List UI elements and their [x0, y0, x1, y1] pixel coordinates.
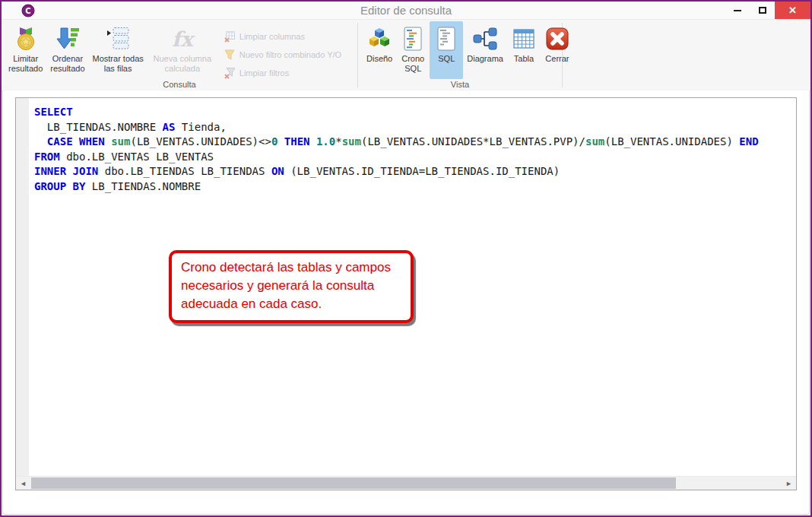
- nuevo-filtro-combinado-label: Nuevo filtro combinado Y/O: [239, 50, 341, 59]
- sql-view-button[interactable]: SQL: [430, 21, 463, 79]
- horizontal-scrollbar[interactable]: ◄ ►: [16, 476, 796, 490]
- scroll-left-arrow-icon[interactable]: ◄: [17, 477, 30, 490]
- ribbon-group-vista: Diseño Crono SQL: [358, 20, 562, 90]
- diagram-icon: [472, 25, 498, 52]
- tabla-view-label: Tabla: [514, 54, 534, 64]
- limpiar-filtros-label: Limpiar filtros: [239, 68, 289, 78]
- diseno-view-label: Diseño: [366, 54, 392, 64]
- editor-gutter: [16, 98, 29, 476]
- mostrar-todas-las-filas-button[interactable]: Mostrar todas las filas: [89, 21, 147, 79]
- consulta-group-label: Consulta: [2, 80, 357, 89]
- mostrar-todas-las-filas-label: Mostrar todas las filas: [93, 54, 144, 73]
- ribbon-group-consulta: Limitar resultado Ordenar resultado: [2, 20, 357, 90]
- ordenar-resultado-label: Ordenar resultado: [50, 54, 84, 73]
- fx-icon: fx: [172, 25, 193, 52]
- minimize-button[interactable]: [725, 2, 750, 19]
- rows-icon: [105, 25, 131, 52]
- clear-columns-icon: [224, 30, 236, 43]
- titlebar: C Editor de consulta ✕: [2, 2, 810, 19]
- crono-sql-view-label: Crono SQL: [401, 54, 424, 73]
- scrollbar-thumb[interactable]: [31, 477, 676, 489]
- table-grid-icon: [511, 25, 537, 52]
- sql-doc-icon: [433, 25, 459, 52]
- close-view-icon: [544, 25, 570, 52]
- limpiar-columnas-label: Limpiar columnas: [239, 32, 305, 41]
- sql-view-label: SQL: [438, 54, 455, 64]
- limitar-resultado-button[interactable]: Limitar resultado: [5, 21, 46, 79]
- annotation-callout: Crono detectará las tablas y campos nece…: [169, 250, 414, 323]
- close-icon: ✕: [788, 5, 797, 16]
- tabla-view-button[interactable]: Tabla: [507, 21, 541, 79]
- limpiar-filtros-item: Limpiar filtros: [224, 66, 341, 79]
- maximize-icon: [759, 7, 766, 14]
- diagrama-view-button[interactable]: Diagrama: [463, 21, 507, 79]
- crono-sql-doc-icon: [400, 25, 426, 52]
- cerrar-view-label: Cerrar: [545, 54, 569, 64]
- nuevo-filtro-combinado-item: Nuevo filtro combinado Y/O: [224, 48, 341, 61]
- limpiar-columnas-item: Limpiar columnas: [224, 30, 341, 43]
- cerrar-view-button[interactable]: Cerrar: [541, 21, 574, 79]
- design-cubes-icon: [366, 25, 392, 52]
- crono-app-icon: C: [21, 4, 35, 17]
- diagrama-view-label: Diagrama: [467, 54, 503, 64]
- nueva-columna-calculada-button: fx Nueva columna calculada: [147, 21, 217, 79]
- combined-filter-icon: [224, 49, 236, 61]
- svg-text:C: C: [25, 6, 30, 14]
- close-button[interactable]: ✕: [775, 2, 810, 19]
- clear-filters-icon: [224, 67, 236, 79]
- window-title: Editor de consulta: [2, 4, 810, 17]
- sql-code[interactable]: SELECT LB_TIENDAS.NOMBRE AS Tienda, CASE…: [34, 105, 793, 195]
- limitar-resultado-label: Limitar resultado: [8, 54, 43, 73]
- nueva-columna-calculada-label: Nueva columna calculada: [154, 54, 211, 73]
- query-editor-window: C Editor de consulta ✕: [0, 0, 812, 517]
- ribbon-toolbar: Limitar resultado Ordenar resultado: [2, 19, 810, 91]
- diseno-view-button[interactable]: Diseño: [363, 21, 396, 79]
- maximize-button[interactable]: [750, 2, 775, 19]
- minimize-icon: [734, 10, 741, 11]
- crono-sql-view-button[interactable]: Crono SQL: [396, 21, 430, 79]
- scroll-right-arrow-icon[interactable]: ►: [782, 477, 795, 490]
- ordenar-resultado-button[interactable]: Ordenar resultado: [46, 21, 88, 79]
- vista-group-label: Vista: [358, 80, 562, 89]
- medal-icon: [13, 25, 39, 52]
- sort-descending-icon: [55, 25, 81, 52]
- annotation-text: Crono detectará las tablas y campos nece…: [181, 258, 401, 313]
